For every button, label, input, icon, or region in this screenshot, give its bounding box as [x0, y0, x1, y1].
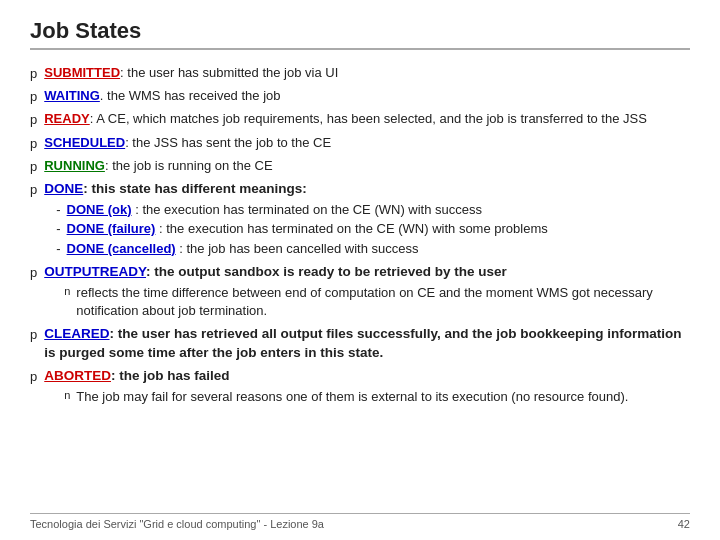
text-scheduled: : the JSS has sent the job to the CE: [125, 135, 331, 150]
label-submitted: SUBMITTED: [44, 65, 120, 80]
list-item: - DONE (failure) : the execution has ter…: [56, 220, 690, 238]
list-item: p WAITING. the WMS has received the job: [30, 87, 690, 106]
item-text: CLEARED: the user has retrieved all outp…: [44, 325, 690, 363]
bullet-marker: p: [30, 135, 37, 153]
footer-right: 42: [678, 518, 690, 530]
bullet-marker: p: [30, 326, 37, 344]
content-area: p SUBMITTED: the user has submitted the …: [30, 56, 690, 513]
done-failure-text: DONE (failure) : the execution has termi…: [67, 220, 548, 238]
aborted-sub-list: n The job may fail for several reasons o…: [64, 388, 690, 406]
list-item: p ABORTED: the job has failed n The job …: [30, 367, 690, 407]
bullet-marker: p: [30, 88, 37, 106]
list-item: n reflects the time difference between e…: [64, 284, 690, 319]
footer-left: Tecnologia dei Servizi "Grid e cloud com…: [30, 518, 324, 530]
text-outputready: : the output sandbox is ready to be retr…: [146, 264, 507, 279]
text-waiting: . the WMS has received the job: [100, 88, 281, 103]
text-ready: : A CE, which matches job requirements, …: [90, 111, 647, 126]
outputready-sub-text: reflects the time difference between end…: [76, 284, 690, 319]
item-text: RUNNING: the job is running on the CE: [44, 157, 690, 175]
text-aborted: : the job has failed: [111, 368, 230, 383]
slide: Job States p SUBMITTED: the user has sub…: [0, 0, 720, 540]
label-done-failure: DONE (failure): [67, 221, 156, 236]
sq-marker: n: [64, 388, 70, 403]
label-waiting: WAITING: [44, 88, 100, 103]
text-submitted: : the user has submitted the job via UI: [120, 65, 338, 80]
text-done: : this state has different meanings:: [83, 181, 307, 196]
list-item: - DONE (cancelled) : the job has been ca…: [56, 240, 690, 258]
list-item: p DONE: this state has different meaning…: [30, 180, 690, 260]
label-running: RUNNING: [44, 158, 105, 173]
text-cleared: : the user has retrieved all output file…: [44, 326, 681, 360]
sq-marker: n: [64, 284, 70, 299]
item-text: DONE: this state has different meanings:…: [44, 180, 690, 260]
label-outputready: OUTPUTREADY: [44, 264, 146, 279]
aborted-sub-text: The job may fail for several reasons one…: [76, 388, 628, 406]
done-cancelled-text: DONE (cancelled) : the job has been canc…: [67, 240, 419, 258]
list-item: p READY: A CE, which matches job require…: [30, 110, 690, 129]
item-text: SCHEDULED: the JSS has sent the job to t…: [44, 134, 690, 152]
label-done-ok: DONE (ok): [67, 202, 132, 217]
item-text: READY: A CE, which matches job requireme…: [44, 110, 690, 128]
label-aborted: ABORTED: [44, 368, 111, 383]
sub-marker: -: [56, 201, 60, 219]
done-ok-text: DONE (ok) : the execution has terminated…: [67, 201, 482, 219]
label-done: DONE: [44, 181, 83, 196]
list-item: n The job may fail for several reasons o…: [64, 388, 690, 406]
list-item: p SUBMITTED: the user has submitted the …: [30, 64, 690, 83]
item-text: ABORTED: the job has failed n The job ma…: [44, 367, 690, 407]
footer: Tecnologia dei Servizi "Grid e cloud com…: [30, 513, 690, 530]
bullet-marker: p: [30, 368, 37, 386]
outputready-sub-list: n reflects the time difference between e…: [64, 284, 690, 319]
list-item: p RUNNING: the job is running on the CE: [30, 157, 690, 176]
bullet-marker: p: [30, 65, 37, 83]
bullet-marker: p: [30, 181, 37, 199]
item-text: OUTPUTREADY: the output sandbox is ready…: [44, 263, 690, 321]
bullet-marker: p: [30, 111, 37, 129]
list-item: p CLEARED: the user has retrieved all ou…: [30, 325, 690, 363]
done-sub-list: - DONE (ok) : the execution has terminat…: [56, 201, 690, 258]
label-ready: READY: [44, 111, 90, 126]
bullet-marker: p: [30, 264, 37, 282]
item-text: WAITING. the WMS has received the job: [44, 87, 690, 105]
bullet-marker: p: [30, 158, 37, 176]
label-done-cancelled: DONE (cancelled): [67, 241, 176, 256]
sub-marker: -: [56, 240, 60, 258]
sub-marker: -: [56, 220, 60, 238]
text-running: : the job is running on the CE: [105, 158, 273, 173]
label-cleared: CLEARED: [44, 326, 109, 341]
list-item: p OUTPUTREADY: the output sandbox is rea…: [30, 263, 690, 321]
list-item: - DONE (ok) : the execution has terminat…: [56, 201, 690, 219]
item-text: SUBMITTED: the user has submitted the jo…: [44, 64, 690, 82]
page-title: Job States: [30, 18, 690, 50]
label-scheduled: SCHEDULED: [44, 135, 125, 150]
main-bullet-list: p SUBMITTED: the user has submitted the …: [30, 64, 690, 408]
list-item: p SCHEDULED: the JSS has sent the job to…: [30, 134, 690, 153]
